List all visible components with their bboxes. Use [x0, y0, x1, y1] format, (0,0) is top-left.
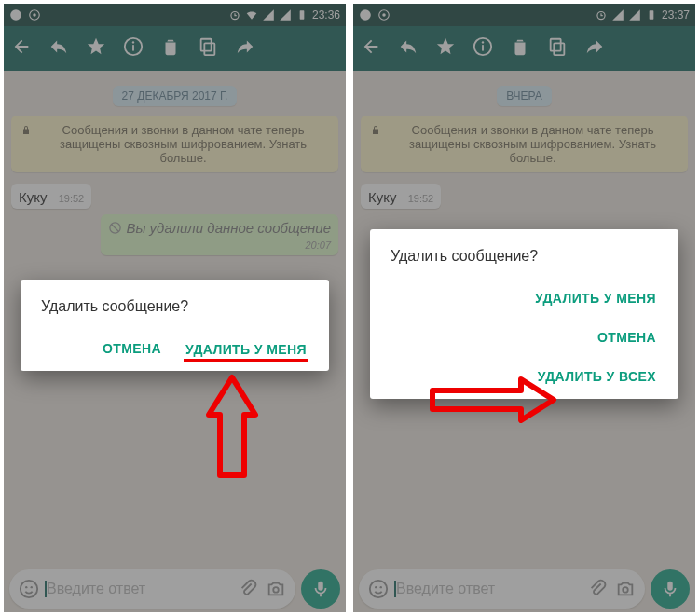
delete-for-me-button[interactable]: УДАЛИТЬ У МЕНЯ	[533, 285, 658, 311]
phone-left: 23:36 27 ДЕКАБРЯ 2017 Г. Сообщения и зво…	[4, 4, 346, 612]
delete-dialog: Удалить сообщение? УДАЛИТЬ У МЕНЯ ОТМЕНА…	[370, 229, 678, 399]
delete-dialog: Удалить сообщение? ОТМЕНА УДАЛИТЬ У МЕНЯ	[21, 280, 329, 371]
annotation-arrow-up	[199, 373, 265, 485]
cancel-button[interactable]: ОТМЕНА	[101, 335, 163, 362]
dialog-title: Удалить сообщение?	[41, 298, 308, 315]
dialog-title: Удалить сообщение?	[391, 248, 658, 265]
phone-right: 23:37 ВЧЕРА Сообщения и звонки в данном …	[353, 4, 695, 612]
delete-for-me-button[interactable]: УДАЛИТЬ У МЕНЯ	[184, 336, 308, 362]
annotation-arrow-right	[428, 376, 558, 423]
cancel-button[interactable]: ОТМЕНА	[596, 324, 658, 350]
